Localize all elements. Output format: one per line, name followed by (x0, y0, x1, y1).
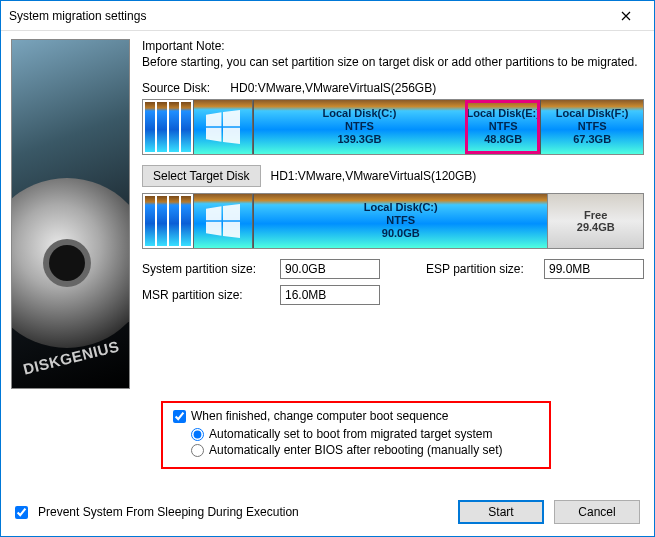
system-partition-size-input[interactable] (280, 259, 380, 279)
source-disk-bar: Local Disk(C:) NTFS 139.3GB Local Disk(E… (142, 99, 644, 155)
boot-bios-radio[interactable] (191, 444, 204, 457)
cancel-button[interactable]: Cancel (554, 500, 640, 524)
close-button[interactable] (606, 2, 646, 30)
start-button[interactable]: Start (458, 500, 544, 524)
brand-illustration: DISKGENIUS (11, 39, 130, 389)
reserved-stripes (143, 100, 193, 154)
change-boot-sequence-checkbox[interactable] (173, 410, 186, 423)
target-free-space[interactable]: Free 29.4GB (547, 194, 643, 248)
boot-bios-label: Automatically enter BIOS after rebooting… (209, 443, 502, 457)
windows-icon (193, 100, 253, 154)
reserved-stripes-target (143, 194, 193, 248)
boot-auto-radio[interactable] (191, 428, 204, 441)
target-disk-value: HD1:VMware,VMwareVirtualS(120GB) (271, 169, 477, 183)
source-disk-label: Source Disk: (142, 81, 227, 95)
window-title: System migration settings (9, 9, 606, 23)
msr-partition-size-label: MSR partition size: (142, 288, 272, 302)
change-boot-sequence-label: When finished, change computer boot sequ… (191, 409, 449, 423)
target-partition-c[interactable]: Local Disk(C:) NTFS 90.0GB (253, 194, 547, 248)
source-partition-c[interactable]: Local Disk(C:) NTFS 139.3GB (253, 100, 465, 154)
target-disk-bar: Local Disk(C:) NTFS 90.0GB Free 29.4GB (142, 193, 644, 249)
select-target-disk-button[interactable]: Select Target Disk (142, 165, 261, 187)
prevent-sleep-label: Prevent System From Sleeping During Exec… (38, 505, 299, 519)
boot-auto-label: Automatically set to boot from migrated … (209, 427, 492, 441)
source-partition-f[interactable]: Local Disk(F:) NTFS 67.3GB (540, 100, 643, 154)
esp-partition-size-input[interactable] (544, 259, 644, 279)
system-partition-size-label: System partition size: (142, 262, 272, 276)
source-disk-value: HD0:VMware,VMwareVirtualS(256GB) (230, 81, 436, 95)
note-heading: Important Note: (142, 39, 644, 53)
msr-partition-size-input[interactable] (280, 285, 380, 305)
esp-partition-size-label: ESP partition size: (426, 262, 536, 276)
boot-options-highlight: When finished, change computer boot sequ… (161, 401, 551, 469)
prevent-sleep-checkbox[interactable] (15, 506, 28, 519)
source-partition-e[interactable]: Local Disk(E:) NTFS 48.8GB (465, 100, 540, 154)
note-body: Before starting, you can set partition s… (142, 55, 644, 71)
windows-icon (193, 194, 253, 248)
